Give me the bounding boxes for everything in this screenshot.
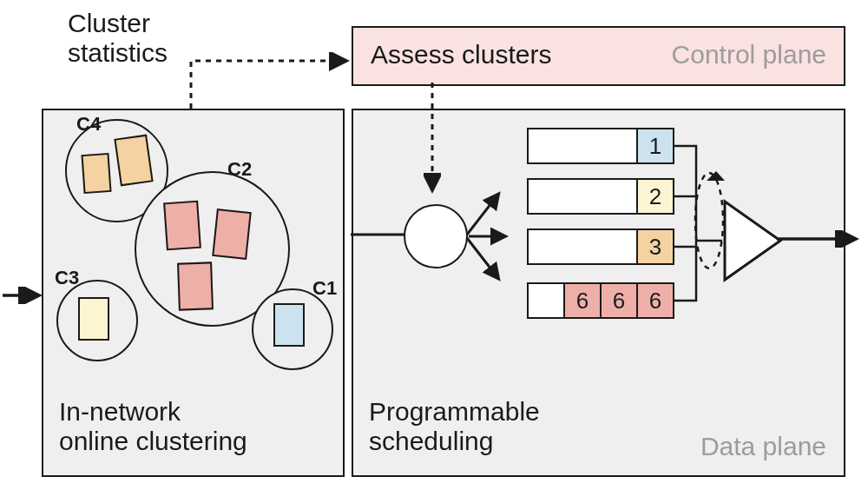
queue-4: 6 6 6	[527, 282, 674, 319]
packet-red	[212, 209, 252, 260]
scheduler-triangle-icon	[722, 199, 783, 282]
output-arrow-icon	[777, 230, 864, 248]
demux-circle	[404, 204, 468, 268]
queue-3: 3	[527, 228, 674, 265]
cluster-c3-label: C3	[55, 267, 79, 289]
data-plane-label: Data plane	[700, 432, 826, 461]
input-arrow-icon	[0, 287, 48, 304]
packet-orange	[81, 153, 111, 194]
programmable-scheduling-label-line2: scheduling	[369, 427, 540, 456]
cluster-c1-label: C1	[312, 277, 337, 300]
queue-2-cell: 2	[636, 180, 673, 213]
cluster-c4-label: C4	[76, 113, 101, 136]
packet-orange	[114, 135, 153, 187]
programmable-scheduling-label: Programmable scheduling	[369, 397, 540, 456]
queue-1-cell: 1	[636, 129, 673, 162]
in-network-label-line1: In-network	[59, 397, 247, 427]
queue-2: 2	[527, 178, 674, 215]
dotted-up-arrow-icon	[187, 52, 360, 113]
dotted-down-arrow-icon	[424, 83, 441, 200]
cluster-statistics-label-line1: Cluster	[68, 9, 168, 38]
svg-point-2	[695, 173, 723, 268]
in-network-label-line2: online clustering	[59, 427, 247, 456]
programmable-scheduling-label-line1: Programmable	[369, 397, 540, 427]
packet-yellow	[78, 297, 109, 341]
svg-marker-4	[725, 202, 780, 280]
in-network-label: In-network online clustering	[59, 397, 247, 456]
queue-4-cell-a: 6	[563, 284, 600, 317]
packet-red	[163, 201, 201, 251]
assess-clusters-label: Assess clusters	[371, 40, 551, 70]
cluster-statistics-label-line2: statistics	[68, 38, 168, 68]
demux-arrows-icon	[464, 180, 525, 293]
queue-3-cell: 3	[636, 230, 673, 263]
packet-red	[177, 262, 214, 310]
in-network-clustering-box: C4 C2 C3 C1 In-network online clustering	[42, 109, 345, 477]
cluster-statistics-label: Cluster statistics	[68, 9, 168, 68]
packet-blue	[273, 303, 305, 347]
queue-4-cell-b: 6	[600, 284, 636, 317]
cluster-c2-label: C2	[227, 158, 252, 181]
control-plane-box: Assess clusters Control plane	[352, 26, 845, 86]
control-plane-label: Control plane	[672, 40, 826, 70]
queue-4-cell-c: 6	[636, 284, 673, 317]
queue-1: 1	[527, 128, 674, 164]
